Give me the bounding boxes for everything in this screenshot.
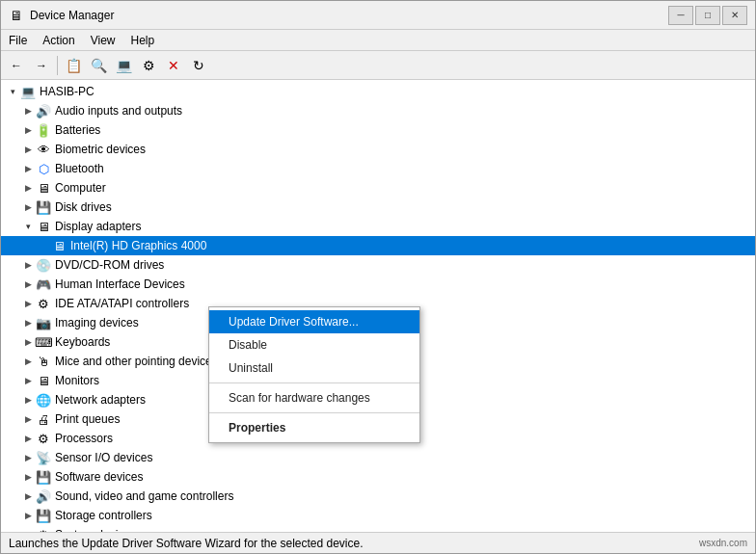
- tree-item-sensor[interactable]: ▶ 📡 Sensor I/O devices: [1, 448, 755, 467]
- tree-item-system[interactable]: ▶ ⚙ System devices: [1, 525, 755, 532]
- tree-item-storage[interactable]: ▶ 💾 Storage controllers: [1, 506, 755, 525]
- computer-label: Computer: [55, 181, 106, 195]
- disk-expand-arrow: ▶: [20, 199, 36, 215]
- tree-item-software[interactable]: ▶ 💾 Software devices: [1, 467, 755, 487]
- tree-item-intel-gpu[interactable]: 🖥 Intel(R) HD Graphics 4000: [1, 236, 755, 255]
- menu-help[interactable]: Help: [123, 32, 163, 49]
- ctx-scan[interactable]: Scan for hardware changes: [209, 386, 419, 409]
- monitors-expand-arrow: ▶: [20, 373, 36, 388]
- system-icon: ⚙: [36, 527, 51, 532]
- tree-item-dvd[interactable]: ▶ 💿 DVD/CD-ROM drives: [1, 255, 755, 275]
- software-icon: 💾: [36, 469, 51, 485]
- audio-expand-arrow: ▶: [20, 103, 36, 119]
- keyboards-label: Keyboards: [55, 335, 110, 349]
- batteries-icon: 🔋: [36, 122, 51, 138]
- tree-item-disk[interactable]: ▶ 💾 Disk drives: [1, 198, 755, 217]
- system-expand-arrow: ▶: [20, 527, 36, 532]
- biometric-expand-arrow: ▶: [20, 142, 36, 157]
- hid-expand-arrow: ▶: [20, 277, 36, 292]
- processors-icon: ⚙: [36, 431, 51, 446]
- menu-file[interactable]: File: [1, 32, 35, 49]
- maximize-button[interactable]: □: [695, 6, 720, 25]
- close-button[interactable]: ✕: [722, 6, 747, 25]
- tree-root[interactable]: ▾ 💻 HASIB-PC: [1, 82, 755, 101]
- update-driver-button[interactable]: 🔍: [87, 54, 110, 77]
- menu-action[interactable]: Action: [35, 32, 82, 49]
- print-expand-arrow: ▶: [20, 411, 36, 427]
- toolbar: ← → 📋 🔍 💻 ⚙ ✕ ↻: [1, 51, 755, 80]
- device-manager-window: 🖥 Device Manager ─ □ ✕ File Action View …: [0, 0, 756, 554]
- biometric-icon: 👁: [36, 142, 51, 157]
- ctx-sep-1: [209, 383, 419, 383]
- main-content: ▾ 💻 HASIB-PC ▶ 🔊 Audio inputs and output…: [1, 80, 755, 532]
- network-label: Network adapters: [55, 393, 146, 407]
- root-label: HASIB-PC: [40, 85, 94, 98]
- sound-label: Sound, video and game controllers: [55, 489, 233, 503]
- sound-expand-arrow: ▶: [20, 488, 36, 504]
- properties-button[interactable]: 📋: [62, 54, 85, 77]
- mice-label: Mice and other pointing devices: [55, 355, 218, 368]
- hid-label: Human Interface Devices: [55, 277, 185, 291]
- dvd-expand-arrow: ▶: [20, 257, 36, 273]
- tree-item-bluetooth[interactable]: ▶ ⬡ Bluetooth: [1, 159, 755, 178]
- uninstall-button[interactable]: ✕: [162, 54, 185, 77]
- dvd-icon: 💿: [36, 257, 51, 273]
- tree-item-hid[interactable]: ▶ 🎮 Human Interface Devices: [1, 275, 755, 294]
- batteries-label: Batteries: [55, 123, 100, 137]
- processors-label: Processors: [55, 432, 113, 445]
- monitors-label: Monitors: [55, 374, 99, 387]
- tree-item-display[interactable]: ▾ 🖥 Display adapters: [1, 217, 755, 236]
- ide-icon: ⚙: [36, 296, 51, 311]
- tree-item-biometric[interactable]: ▶ 👁 Biometric devices: [1, 140, 755, 159]
- software-expand-arrow: ▶: [20, 469, 36, 485]
- system-label: System devices: [55, 528, 136, 532]
- imaging-label: Imaging devices: [55, 316, 139, 330]
- hid-icon: 🎮: [36, 277, 51, 292]
- ctx-uninstall[interactable]: Uninstall: [209, 356, 419, 380]
- tree-item-computer[interactable]: ▶ 🖥 Computer: [1, 178, 755, 198]
- bluetooth-label: Bluetooth: [55, 162, 104, 175]
- network-icon: 🌐: [36, 392, 51, 408]
- menu-view[interactable]: View: [83, 32, 123, 49]
- print-icon: 🖨: [36, 411, 51, 427]
- ctx-disable[interactable]: Disable: [209, 333, 419, 356]
- storage-label: Storage controllers: [55, 509, 152, 522]
- minimize-button[interactable]: ─: [668, 6, 693, 25]
- device-button[interactable]: 💻: [112, 54, 135, 77]
- scan-button[interactable]: ↻: [187, 54, 210, 77]
- sensor-expand-arrow: ▶: [20, 450, 36, 465]
- ctx-sep-2: [209, 412, 419, 413]
- computer-expand-arrow: ▶: [20, 180, 36, 196]
- root-icon: 💻: [20, 84, 36, 99]
- storage-expand-arrow: ▶: [20, 508, 36, 523]
- app-icon: 🖥: [9, 8, 24, 23]
- biometric-label: Biometric devices: [55, 143, 146, 156]
- disk-label: Disk drives: [55, 200, 112, 214]
- mice-icon: 🖱: [36, 354, 51, 369]
- ide-expand-arrow: ▶: [20, 296, 36, 311]
- window-title: Device Manager: [30, 9, 668, 22]
- ctx-properties[interactable]: Properties: [209, 416, 419, 439]
- tree-item-batteries[interactable]: ▶ 🔋 Batteries: [1, 120, 755, 140]
- computer-icon: 🖥: [36, 180, 51, 196]
- network-expand-arrow: ▶: [20, 392, 36, 408]
- back-button[interactable]: ←: [5, 54, 28, 77]
- audio-label: Audio inputs and outputs: [55, 104, 182, 118]
- batteries-expand-arrow: ▶: [20, 122, 36, 138]
- device-tree[interactable]: ▾ 💻 HASIB-PC ▶ 🔊 Audio inputs and output…: [1, 80, 755, 532]
- add-hardware-button[interactable]: ⚙: [137, 54, 160, 77]
- toolbar-separator-1: [57, 56, 58, 75]
- context-menu: Update Driver Software... Disable Uninst…: [208, 306, 420, 443]
- forward-button[interactable]: →: [30, 54, 53, 77]
- root-expand-arrow: ▾: [5, 84, 20, 99]
- print-label: Print queues: [55, 412, 120, 426]
- ctx-update-driver[interactable]: Update Driver Software...: [209, 310, 419, 333]
- sensor-icon: 📡: [36, 450, 51, 465]
- storage-icon: 💾: [36, 508, 51, 523]
- tree-item-sound[interactable]: ▶ 🔊 Sound, video and game controllers: [1, 487, 755, 506]
- imaging-icon: 📷: [36, 315, 51, 330]
- bluetooth-icon: ⬡: [36, 161, 51, 176]
- audio-icon: 🔊: [36, 103, 51, 119]
- window-controls: ─ □ ✕: [668, 6, 747, 25]
- tree-item-audio[interactable]: ▶ 🔊 Audio inputs and outputs: [1, 101, 755, 120]
